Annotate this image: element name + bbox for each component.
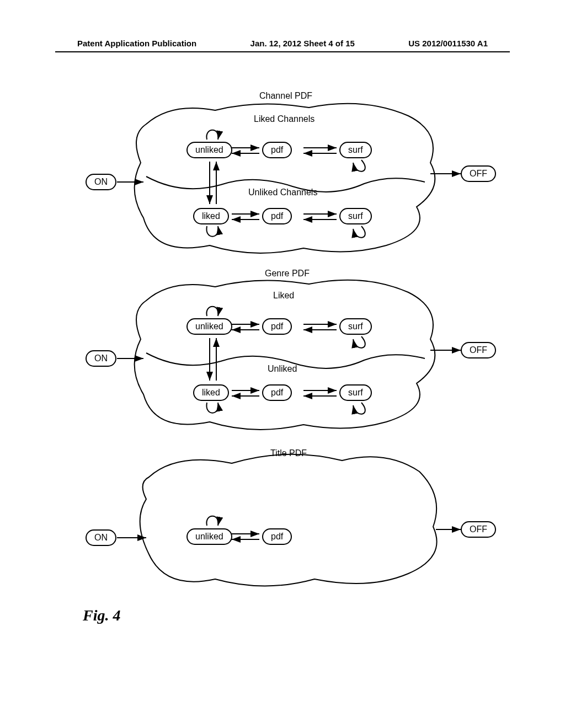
group1-pdf1-state: pdf	[262, 142, 292, 158]
group1-title: Channel PDF	[259, 91, 312, 101]
group2-title: Genre PDF	[265, 269, 310, 279]
group1-pdf2-state: pdf	[262, 208, 292, 224]
patent-header: Patent Application Publication Jan. 12, …	[55, 39, 510, 52]
group1-unliked-label: Unliked Channels	[248, 188, 317, 197]
group2-liked-label: Liked	[273, 291, 294, 301]
group3-on-state: ON	[86, 529, 116, 546]
header-right: US 2012/0011530 A1	[408, 39, 488, 48]
group2-surf1-state: surf	[339, 318, 372, 335]
figure-4-diagram: Channel PDF Liked Channels Unliked Chann…	[55, 80, 510, 631]
group1-surf1-state: surf	[339, 142, 372, 158]
group1-liked-state: liked	[193, 208, 229, 224]
group3-off-state: OFF	[461, 521, 496, 538]
group2-on-state: ON	[86, 350, 116, 367]
header-left: Patent Application Publication	[77, 39, 196, 48]
group3-pdf-state: pdf	[262, 528, 292, 545]
group3-unliked-state: unliked	[186, 528, 232, 545]
group3-title: Title PDF	[270, 448, 307, 458]
group2-liked-state: liked	[193, 384, 229, 401]
group1-liked-label: Liked Channels	[254, 114, 315, 124]
group2-pdf1-state: pdf	[262, 318, 292, 335]
group2-unliked-state: unliked	[186, 318, 232, 335]
group1-surf2-state: surf	[339, 208, 372, 224]
group1-off-state: OFF	[461, 165, 496, 182]
group1-unliked-state: unliked	[186, 142, 232, 158]
group2-surf2-state: surf	[339, 384, 372, 401]
group2-pdf2-state: pdf	[262, 384, 292, 401]
figure-caption: Fig. 4	[83, 607, 120, 624]
group1-on-state: ON	[86, 174, 116, 190]
group2-unliked-label: Unliked	[268, 364, 297, 374]
header-center: Jan. 12, 2012 Sheet 4 of 15	[250, 39, 355, 48]
group2-off-state: OFF	[461, 342, 496, 358]
